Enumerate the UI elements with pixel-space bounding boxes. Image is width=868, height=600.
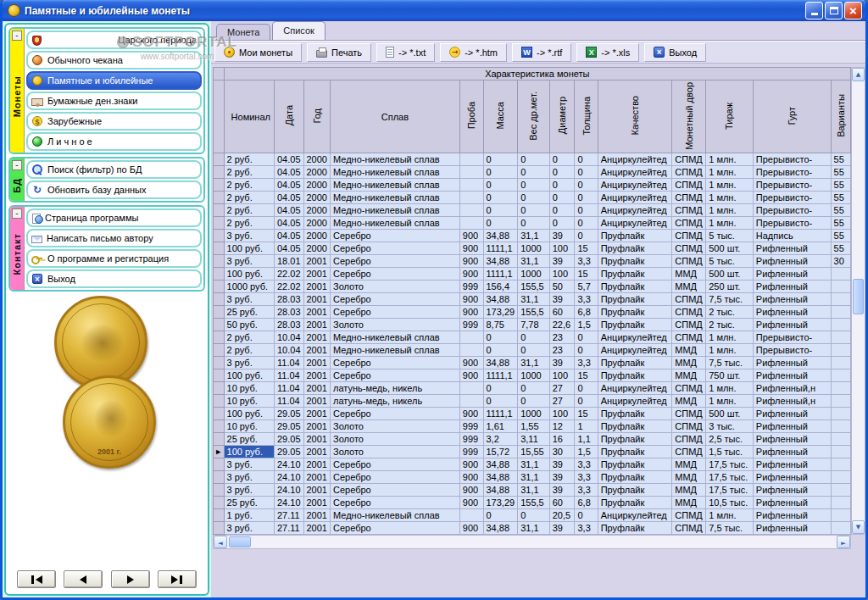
horizontal-scrollbar[interactable] — [213, 535, 851, 549]
table-cell[interactable]: 0 — [575, 179, 598, 192]
table-row[interactable]: 2 руб.04.052000Медно-никелевый сплав0000… — [214, 204, 851, 217]
table-row[interactable]: 100 руб.29.052001Серебро9001111,11000100… — [214, 408, 851, 420]
table-cell[interactable]: 100 — [549, 408, 575, 420]
table-cell[interactable]: 04.05 — [274, 179, 303, 192]
table-cell[interactable]: 1111,1 — [483, 268, 518, 281]
table-cell[interactable]: 27 — [549, 382, 575, 395]
table-cell[interactable]: Рифленный — [753, 484, 831, 497]
scroll-left-button[interactable] — [214, 536, 227, 548]
column-header[interactable]: Качество — [598, 81, 672, 153]
table-cell[interactable]: ММД — [672, 268, 706, 281]
table-cell[interactable]: ММД — [672, 344, 706, 357]
table-cell[interactable] — [831, 293, 850, 306]
table-row[interactable]: 100 руб.04.052000Серебро9001111,11000100… — [214, 242, 851, 255]
table-cell[interactable]: Прерывисто- — [753, 331, 831, 344]
table-cell[interactable]: 100 руб. — [224, 408, 274, 420]
table-cell[interactable]: СПМД — [672, 166, 706, 179]
table-cell[interactable]: 28.03 — [274, 306, 303, 319]
column-header[interactable]: Диаметр — [549, 81, 575, 153]
table-cell[interactable]: СПМД — [672, 382, 706, 395]
table-cell[interactable] — [831, 281, 850, 293]
table-cell[interactable]: Пруфлайк — [598, 230, 672, 242]
table-cell[interactable]: 999 — [459, 281, 483, 293]
table-cell[interactable] — [831, 471, 850, 484]
table-cell[interactable]: Рифленный — [753, 497, 831, 509]
table-cell[interactable]: 1 руб. — [224, 509, 274, 522]
table-cell[interactable] — [459, 382, 483, 395]
scroll-right-button[interactable] — [837, 536, 850, 548]
table-cell[interactable]: СПМД — [672, 522, 706, 535]
table-cell[interactable]: СПМД — [672, 331, 706, 344]
table-cell[interactable]: ММД — [672, 458, 706, 471]
table-cell[interactable]: 39 — [549, 522, 575, 535]
table-cell[interactable]: 2001 — [303, 420, 330, 433]
table-cell[interactable]: 900 — [459, 268, 483, 281]
horizontal-scroll-track[interactable] — [227, 536, 837, 548]
table-cell[interactable]: СПМД — [672, 446, 706, 458]
table-cell[interactable]: 0 — [549, 153, 575, 166]
table-cell[interactable]: 0 — [483, 344, 518, 357]
table-cell[interactable]: 31,1 — [518, 484, 550, 497]
table-cell[interactable]: 156,4 — [483, 281, 518, 293]
table-cell[interactable]: 900 — [459, 497, 483, 509]
table-cell[interactable]: СПМД — [672, 255, 706, 268]
table-cell[interactable]: 30 — [549, 446, 575, 458]
table-cell[interactable]: 3 руб. — [224, 471, 274, 484]
vertical-scroll-thumb[interactable] — [853, 279, 864, 314]
table-cell[interactable]: 173,29 — [483, 497, 518, 509]
table-cell[interactable]: Рифленный — [753, 408, 831, 420]
table-cell[interactable]: Пруфлайк — [598, 369, 672, 382]
table-cell[interactable]: 34,88 — [483, 293, 518, 306]
table-cell[interactable]: 1 млн. — [706, 331, 754, 344]
table-cell[interactable]: Медно-никелевый сплав — [330, 192, 459, 204]
table-cell[interactable]: 2001 — [303, 281, 330, 293]
table-row[interactable]: ►100 руб.29.052001Золото99915,7215,55301… — [214, 446, 851, 458]
table-cell[interactable]: 0 — [483, 395, 518, 408]
table-cell[interactable] — [831, 331, 850, 344]
table-cell[interactable]: СПМД — [672, 433, 706, 446]
table-cell[interactable]: 2001 — [303, 522, 330, 535]
table-cell[interactable] — [459, 217, 483, 230]
table-cell[interactable]: Серебро — [330, 255, 459, 268]
table-cell[interactable]: 15,55 — [518, 446, 550, 458]
table-cell[interactable]: 24.10 — [274, 458, 303, 471]
table-row[interactable]: 3 руб.28.032001Серебро90034,8831,1393,3П… — [214, 293, 851, 306]
table-cell[interactable] — [831, 484, 850, 497]
table-cell[interactable]: 2001 — [303, 382, 330, 395]
table-cell[interactable]: 3,3 — [575, 471, 598, 484]
table-cell[interactable]: 0 — [575, 331, 598, 344]
table-cell[interactable]: 2001 — [303, 408, 330, 420]
scroll-down-button[interactable] — [852, 520, 865, 534]
table-cell[interactable]: 34,88 — [483, 484, 518, 497]
table-cell[interactable]: 2 тыс. — [706, 306, 754, 319]
table-cell[interactable]: 04.05 — [274, 166, 303, 179]
column-header[interactable]: Вес др.мет. — [518, 81, 550, 153]
table-cell[interactable]: 39 — [549, 293, 575, 306]
table-cell[interactable]: 2000 — [303, 204, 330, 217]
table-row[interactable]: 2 руб.04.052000Медно-никелевый сплав0000… — [214, 179, 851, 192]
table-cell[interactable]: Серебро — [330, 230, 459, 242]
table-cell[interactable]: 155,5 — [518, 497, 550, 509]
table-cell[interactable]: 25 руб. — [224, 306, 274, 319]
table-cell[interactable]: 0 — [518, 217, 550, 230]
table-cell[interactable]: 17,5 тыс. — [706, 458, 754, 471]
table-cell[interactable]: 5,7 — [575, 281, 598, 293]
vertical-scrollbar[interactable] — [851, 67, 865, 535]
table-row[interactable]: 2 руб.04.052000Медно-никелевый сплав0000… — [214, 166, 851, 179]
table-cell[interactable]: 3 руб. — [224, 458, 274, 471]
toolbar-export-txt[interactable]: -> *.txt — [376, 43, 435, 62]
nav-last-button[interactable] — [158, 570, 197, 588]
table-cell[interactable]: 3 тыс. — [706, 420, 754, 433]
table-cell[interactable] — [831, 319, 850, 331]
table-cell[interactable]: Анциркулейтед — [598, 166, 672, 179]
table-cell[interactable]: 900 — [459, 255, 483, 268]
table-cell[interactable]: 2001 — [303, 293, 330, 306]
sidebar-item-about-registration[interactable]: О программе и регистрация — [26, 249, 202, 268]
table-cell[interactable]: 0 — [518, 331, 550, 344]
column-header[interactable]: Монетный двор — [672, 81, 706, 153]
group-tab-contact[interactable]: - Контакт — [10, 207, 25, 290]
table-cell[interactable]: Серебро — [330, 293, 459, 306]
table-cell[interactable]: 155,5 — [518, 306, 550, 319]
table-cell[interactable]: 3,3 — [575, 357, 598, 369]
table-cell[interactable]: 100 — [549, 242, 575, 255]
